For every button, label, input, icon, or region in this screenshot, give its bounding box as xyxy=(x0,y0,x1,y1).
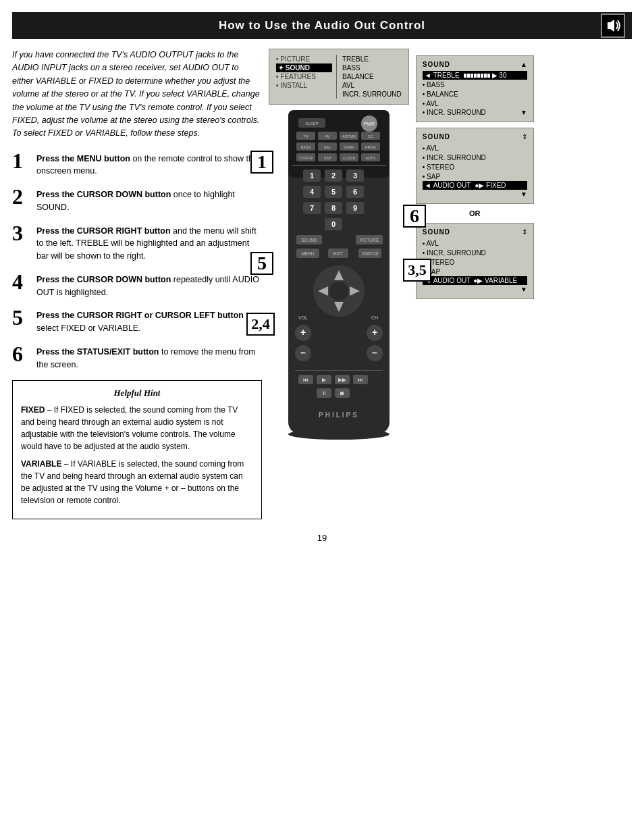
incr-surround-row3: • INCR. SURROUND xyxy=(423,248,527,257)
step-label-6: 6 xyxy=(403,205,426,228)
step-bold-6: Press the STATUS/EXIT button xyxy=(36,347,159,357)
svg-text:SLEEP: SLEEP xyxy=(305,122,318,126)
step-number-3: 3 xyxy=(12,222,31,244)
remote-control: SLEEP PWR TV AV ASTME CC xyxy=(275,110,403,461)
step-1: 1 Press the MENU button on the remote co… xyxy=(12,150,262,178)
svg-text:VOL: VOL xyxy=(298,315,308,320)
svg-text:BASS: BASS xyxy=(301,145,311,149)
step-bold-1: Press the MENU button xyxy=(36,154,130,163)
treble-label: TREBLE xyxy=(433,72,460,79)
step-6: 6 Press the STATUS/EXIT button to remove… xyxy=(12,343,262,371)
main-menu-screen: • PICTURE ✦ SOUND • FEATURES • INSTALL T… xyxy=(269,49,409,105)
svg-text:+: + xyxy=(372,327,377,338)
svg-text:–: – xyxy=(372,347,377,358)
intro-text: If you have connected the TV's AUDIO OUT… xyxy=(12,49,262,140)
sound-menu-treble: SOUND ▲ ◄ TREBLE xyxy=(416,55,534,122)
step-4: 4 Press the CURSOR DOWN button repeatedl… xyxy=(12,271,262,299)
sound-menu2-scroll: ⇕ xyxy=(522,133,527,140)
svg-text:PROG: PROG xyxy=(365,145,376,149)
sound-menu-audioout-variable: SOUND ⇕ ▪ AVL • INCR. SURROUND • STEREO … xyxy=(416,223,534,299)
svg-text:9: 9 xyxy=(353,204,357,212)
stereo-row: • STEREO xyxy=(423,162,527,172)
step-text-5: Press the CURSOR RIGHT or CURSOR LEFT bu… xyxy=(36,307,262,335)
stereo-row3: • STEREO xyxy=(423,257,527,267)
svg-text:TV: TV xyxy=(303,134,308,138)
menu3-scroll-down: ▼ xyxy=(423,285,527,294)
menu-avl: AVL xyxy=(342,81,402,90)
step-text-1: Press the MENU button on the remote cont… xyxy=(36,150,262,178)
svg-text:1: 1 xyxy=(310,172,314,180)
svg-text:⏸: ⏸ xyxy=(321,390,327,396)
svg-text:2: 2 xyxy=(331,172,336,180)
svg-text:ASTME: ASTME xyxy=(342,134,356,138)
svg-text:SAP: SAP xyxy=(323,156,331,160)
page-header: How to Use the Audio Out Control xyxy=(12,12,632,39)
avl-row3: ▪ AVL xyxy=(423,238,527,248)
svg-text:AV: AV xyxy=(325,134,330,138)
svg-text:PHILIPS: PHILIPS xyxy=(319,411,359,419)
step-label-35: 3,5 xyxy=(403,259,431,282)
svg-text:8: 8 xyxy=(331,204,336,212)
svg-text:–: – xyxy=(300,347,306,358)
treble-row-selected: ◄ TREBLE ▶ 30 xyxy=(423,71,527,80)
step-label-5: 5 xyxy=(250,252,273,275)
balance-row: • BALANCE xyxy=(423,89,527,99)
audio-icon xyxy=(601,14,625,38)
step-number-5: 5 xyxy=(12,307,31,328)
incr-surround-row: • INCR. SURROUND ▼ xyxy=(423,108,527,117)
menu-features: • FEATURES xyxy=(276,72,332,81)
sound-menu1-title: SOUND xyxy=(423,61,450,68)
hint-title: Helpful Hint xyxy=(21,388,253,398)
step-bold-2: Press the CURSOR DOWN button xyxy=(36,190,171,199)
svg-point-92 xyxy=(288,429,390,440)
svg-text:⏮: ⏮ xyxy=(303,377,308,383)
step-2: 2 Press the CURSOR DOWN button once to h… xyxy=(12,186,262,214)
svg-text:7: 7 xyxy=(310,204,314,212)
menu-picture: • PICTURE xyxy=(276,55,332,63)
svg-text:PICTURE: PICTURE xyxy=(360,238,379,242)
or-label: OR xyxy=(416,209,534,217)
page-footer: 19 xyxy=(0,526,644,550)
svg-text:▶▶: ▶▶ xyxy=(338,377,347,383)
menu-treble: TREBLE xyxy=(342,55,402,63)
svg-text:EXIT: EXIT xyxy=(333,251,343,256)
step-bold-3: Press the CURSOR RIGHT button xyxy=(36,226,171,236)
audioout-fixed-row: ◄ AUDIO OUT ●▶ FIXED xyxy=(423,181,527,190)
menu2-scroll-down: ▼ xyxy=(423,190,527,199)
hint-variable-text: VARIABLE – If VARIABLE is selected, the … xyxy=(21,458,253,506)
sound-menu2-title: SOUND xyxy=(423,133,450,140)
audioout-variable-row: ◄ AUDIO OUT ●▶ VARIABLE xyxy=(423,276,527,285)
page-number: 19 xyxy=(317,533,327,543)
page-title: How to Use the Audio Out Control xyxy=(219,19,425,32)
svg-text:CH: CH xyxy=(371,315,378,320)
step-5: 5 Press the CURSOR RIGHT or CURSOR LEFT … xyxy=(12,307,262,335)
svg-text:SOUND: SOUND xyxy=(301,238,317,242)
menu-bass: BASS xyxy=(342,63,402,72)
incr-surround-row2: • INCR. SURROUND xyxy=(423,153,527,162)
step-number-4: 4 xyxy=(12,271,31,292)
step-number-1: 1 xyxy=(12,150,31,172)
svg-rect-78 xyxy=(295,370,383,371)
bass-row: • BASS xyxy=(423,80,527,89)
svg-text:+: + xyxy=(300,327,306,338)
svg-text:6: 6 xyxy=(353,188,357,196)
svg-text:▶: ▶ xyxy=(322,377,327,383)
step-label-24: 2,4 xyxy=(246,313,275,336)
sound-menu-audioout-fixed: SOUND ⇕ ▪ AVL • INCR. SURROUND • STEREO … xyxy=(416,128,534,204)
sap-row: • SAP xyxy=(423,172,527,181)
svg-marker-0 xyxy=(608,20,614,32)
avl-row2: ▪ AVL xyxy=(423,143,527,153)
step-number-6: 6 xyxy=(12,343,31,365)
sap-row3: • SAP xyxy=(423,267,527,276)
steps-list: 1 Press the MENU button on the remote co… xyxy=(12,150,262,371)
step-text-6: Press the STATUS/EXIT button to remove t… xyxy=(36,343,262,371)
svg-text:STATUS: STATUS xyxy=(362,251,379,256)
svg-point-63 xyxy=(329,282,348,301)
menu-sound-selected: ✦ SOUND xyxy=(276,63,332,72)
svg-text:3: 3 xyxy=(353,172,357,180)
hint-box: Helpful Hint FIXED – If FIXED is selecte… xyxy=(12,380,262,519)
step-text-3: Press the CURSOR RIGHT button and the me… xyxy=(36,222,262,263)
svg-text:CLOCK: CLOCK xyxy=(342,156,355,160)
treble-value: ▶ 30 xyxy=(492,72,507,79)
right-column: • PICTURE ✦ SOUND • FEATURES • INSTALL T… xyxy=(269,49,632,519)
